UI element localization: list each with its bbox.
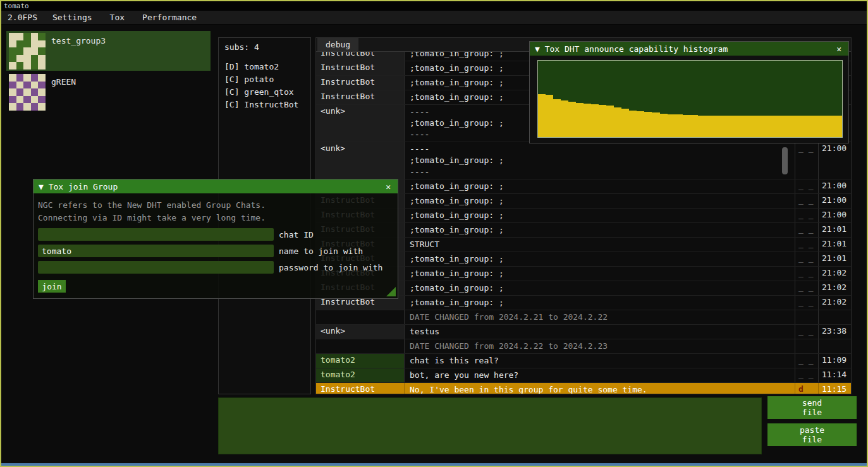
tab-debug[interactable]: debug xyxy=(317,38,358,51)
histogram-bar xyxy=(576,103,584,137)
message-status: _ _ xyxy=(795,223,819,237)
histogram-bar xyxy=(584,104,591,137)
message-status: _ _ xyxy=(795,252,819,266)
resize-grip-icon[interactable] xyxy=(386,287,396,296)
histogram-bar xyxy=(690,115,698,137)
histogram-bar xyxy=(675,114,683,137)
histogram-bar xyxy=(546,95,553,137)
window-title: tomato xyxy=(4,2,29,10)
message-time: 21:00 xyxy=(819,209,851,222)
histogram-title: ▼ Tox DHT announce capability histogram xyxy=(535,44,728,54)
message-text: bot, are you new here? xyxy=(405,368,795,382)
close-icon[interactable]: ✕ xyxy=(834,44,843,54)
message-input[interactable] xyxy=(218,397,762,454)
group-item[interactable]: gREEN xyxy=(6,72,211,112)
chat-message-row[interactable]: tomato2bot, are you new here?_ _11:14 xyxy=(316,368,851,383)
histogram-bar xyxy=(819,116,827,137)
join-dialog-titlebar[interactable]: ▼ Tox join Group ✕ xyxy=(34,179,398,193)
message-text: ;tomato_in_group: ; xyxy=(405,267,795,281)
join-field-row: password to join with xyxy=(38,261,393,274)
join-field-row: name to join with xyxy=(38,245,393,257)
message-status xyxy=(795,339,819,353)
message-sender: InstructBot xyxy=(316,76,405,90)
histogram-bar xyxy=(834,116,842,137)
sub-list-item[interactable]: [D] tomato2 xyxy=(224,61,305,73)
chat-message-row[interactable]: tomato2chat is this real?_ _11:09 xyxy=(316,354,851,368)
histogram-bar xyxy=(591,104,599,137)
sub-list-item[interactable]: [C] potato xyxy=(224,73,305,86)
histogram-bar xyxy=(599,105,606,137)
message-status: _ _ xyxy=(795,267,819,281)
message-status: _ _ xyxy=(795,209,819,222)
group-avatar xyxy=(9,33,46,70)
join-dialog-title: ▼ Tox join Group xyxy=(39,182,118,191)
message-time: 21:02 xyxy=(819,296,851,310)
message-time: 21:01 xyxy=(819,252,851,266)
histogram-bar xyxy=(652,112,659,137)
histogram-bar xyxy=(698,116,706,137)
message-sender: <unk> xyxy=(316,325,405,339)
chat-message-row[interactable]: InstructBotNo, I've been in this group f… xyxy=(316,383,851,394)
message-time: 21:01 xyxy=(819,238,851,252)
message-text: ;tomato_in_group: ; xyxy=(405,209,795,222)
chat-message-row[interactable]: DATE CHANGED from 2024.2.22 to 2024.2.23 xyxy=(316,339,851,354)
group-list: test_group3gREEN xyxy=(6,31,211,113)
message-sender xyxy=(316,310,405,324)
sub-list-item[interactable]: [C] InstructBot xyxy=(224,99,305,111)
histogram-bar xyxy=(804,116,812,137)
chat-message-row[interactable]: DATE CHANGED from 2024.2.21 to 2024.2.22 xyxy=(316,310,851,325)
join-button[interactable]: join xyxy=(38,280,66,293)
menu-item-settings[interactable]: Settings xyxy=(44,11,101,24)
histogram-bar xyxy=(561,100,568,137)
message-sender: tomato2 xyxy=(316,368,405,382)
sub-list-item[interactable]: [C] green_qtox xyxy=(224,86,305,99)
message-text: ---- ;tomato_in_group: ; ---- xyxy=(405,142,795,179)
message-sender: InstructBot xyxy=(316,383,405,394)
message-status: _ _ xyxy=(795,296,819,310)
message-time: 11:09 xyxy=(819,354,851,368)
group-avatar xyxy=(9,74,46,111)
histogram-bar xyxy=(713,116,721,137)
histogram-bar xyxy=(629,111,637,137)
message-time: 21:00 xyxy=(819,179,851,193)
histogram-bar xyxy=(827,116,834,137)
send-file-button[interactable]: send file xyxy=(767,396,857,419)
message-text: ;tomato_in_group: ; xyxy=(405,223,795,237)
histogram-bar xyxy=(812,116,819,137)
group-name: test_group3 xyxy=(51,33,106,69)
message-time: 23:38 xyxy=(819,325,851,339)
menu-item-performance[interactable]: Performance xyxy=(133,11,205,24)
histogram-bar xyxy=(660,114,668,138)
chat-scrollbar[interactable] xyxy=(782,147,788,174)
join-field-input-2[interactable] xyxy=(38,245,274,257)
close-icon[interactable]: ✕ xyxy=(384,182,393,191)
chat-message-row[interactable]: <unk>---- ;tomato_in_group: ; ----_ _21:… xyxy=(316,142,851,179)
join-field-label: chat ID xyxy=(279,230,314,240)
histogram-bar xyxy=(683,115,690,137)
message-time: 11:15 xyxy=(819,383,851,394)
paste-file-button[interactable]: paste file xyxy=(767,423,857,446)
histogram-bar xyxy=(614,107,621,137)
chat-message-row[interactable]: <unk>testus_ _23:38 xyxy=(316,325,851,339)
join-dialog-body: NGC refers to the New DHT enabled Group … xyxy=(34,193,398,298)
histogram-titlebar[interactable]: ▼ Tox DHT announce capability histogram … xyxy=(530,42,848,56)
message-status: _ _ xyxy=(795,325,819,339)
message-sender: InstructBot xyxy=(316,90,405,104)
message-sender: InstructBot xyxy=(316,61,405,75)
message-text: No, I've been in this group for quite so… xyxy=(405,383,795,394)
histogram-bar xyxy=(789,116,797,137)
menu-bar: 2.0FPS SettingsToxPerformance xyxy=(1,11,867,25)
group-item[interactable]: test_group3 xyxy=(6,31,211,71)
histogram-bar xyxy=(774,116,781,137)
join-field-row: chat ID xyxy=(38,228,393,241)
message-sender: <unk> xyxy=(316,105,405,142)
join-field-input-1[interactable] xyxy=(38,228,274,241)
message-time: 21:00 xyxy=(819,142,851,179)
message-time: 21:00 xyxy=(819,194,851,208)
histogram-bar xyxy=(538,94,546,137)
message-status xyxy=(795,310,819,324)
join-field-input-3[interactable] xyxy=(38,261,274,274)
histogram-bar xyxy=(736,116,743,137)
histogram-bar xyxy=(759,116,766,137)
menu-item-tox[interactable]: Tox xyxy=(101,11,133,24)
